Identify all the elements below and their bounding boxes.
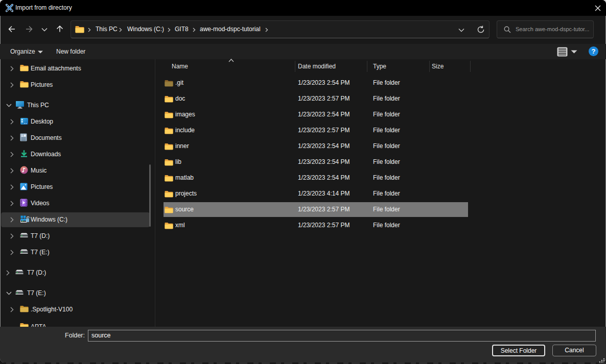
svg-text:?: ? [592, 47, 596, 55]
